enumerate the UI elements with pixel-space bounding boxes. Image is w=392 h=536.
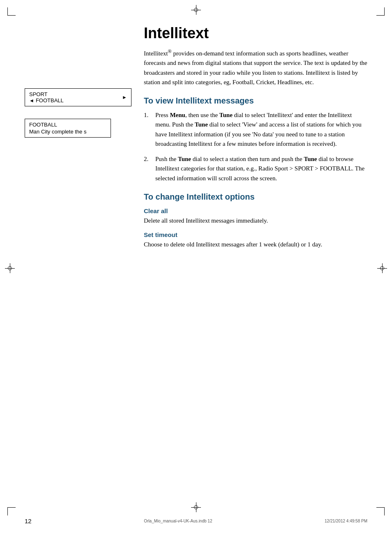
lcd-sport-line1: SPORT xyxy=(29,91,64,97)
main-content: SPORT ◄ FOOTBALL ► FOOTBALL Man City com… xyxy=(25,25,367,503)
step-1-menu-bold: Menu xyxy=(170,112,185,118)
steps-list: 1. Press Menu, then use the Tune dial to… xyxy=(144,110,367,183)
step-2-tune1-bold: Tune xyxy=(178,156,191,162)
right-column: Intellitext Intellitext® provides on-dem… xyxy=(140,25,367,503)
step-2-number: 2. xyxy=(144,154,155,183)
step-2-tune2-bold: Tune xyxy=(304,156,317,162)
page-footer: 12 Orla_Mio_manual-v4-UK-Aus.indb 12 12/… xyxy=(25,518,367,524)
lcd-football-headline: Man City complete the s xyxy=(29,129,106,135)
step-2-text: Push the Tune dial to select a station t… xyxy=(155,154,367,183)
lcd-football-category: FOOTBALL xyxy=(29,122,106,128)
clear-all-heading: Clear all xyxy=(144,207,367,214)
step-1: 1. Press Menu, then use the Tune dial to… xyxy=(144,110,367,149)
section2-heading: To change Intellitext options xyxy=(144,192,367,202)
lcd-sport-line2: ◄ FOOTBALL xyxy=(29,97,64,104)
step-1-number: 1. xyxy=(144,110,155,149)
lcd-arrow-left-icon: ◄ xyxy=(29,98,34,104)
reg-cross-left xyxy=(5,263,15,273)
footer-filename: Orla_Mio_manual-v4-UK-Aus.indb 12 xyxy=(144,519,212,523)
corner-mark-top-right xyxy=(376,7,385,16)
reg-cross-bottom xyxy=(191,502,201,512)
step-1-tune2-bold: Tune xyxy=(195,121,208,128)
set-timeout-heading: Set timeout xyxy=(144,231,367,238)
page-number: 12 xyxy=(25,518,32,524)
left-column: SPORT ◄ FOOTBALL ► FOOTBALL Man City com… xyxy=(25,25,140,503)
section1-heading: To view Intellitext messages xyxy=(144,96,367,106)
lcd-sport-box: SPORT ◄ FOOTBALL ► xyxy=(25,88,131,106)
lcd-sport-football-label: FOOTBALL xyxy=(36,97,64,104)
page: SPORT ◄ FOOTBALL ► FOOTBALL Man City com… xyxy=(0,0,392,536)
lcd-arrow-right-icon: ► xyxy=(122,94,127,100)
footer-timestamp: 12/21/2012 4:49:58 PM xyxy=(325,519,367,523)
intro-text: Intellitext® provides on-demand text inf… xyxy=(144,48,367,87)
reg-cross-right xyxy=(377,263,387,273)
lcd-sport-text: SPORT ◄ FOOTBALL xyxy=(29,91,64,104)
step-2: 2. Push the Tune dial to select a statio… xyxy=(144,154,367,183)
reg-cross-top xyxy=(191,5,201,15)
page-title: Intellitext xyxy=(144,25,367,42)
set-timeout-text: Choose to delete old Intellitext message… xyxy=(144,240,367,249)
lcd-football-box: FOOTBALL Man City complete the s xyxy=(25,119,111,138)
step-1-tune1-bold: Tune xyxy=(219,112,233,118)
corner-mark-top-left xyxy=(7,7,16,16)
step-1-text: Press Menu, then use the Tune dial to se… xyxy=(155,110,367,149)
clear-all-text: Delete all stored Intellitext messages i… xyxy=(144,216,367,225)
corner-mark-bottom-left xyxy=(7,507,16,515)
corner-mark-bottom-right xyxy=(376,507,385,515)
